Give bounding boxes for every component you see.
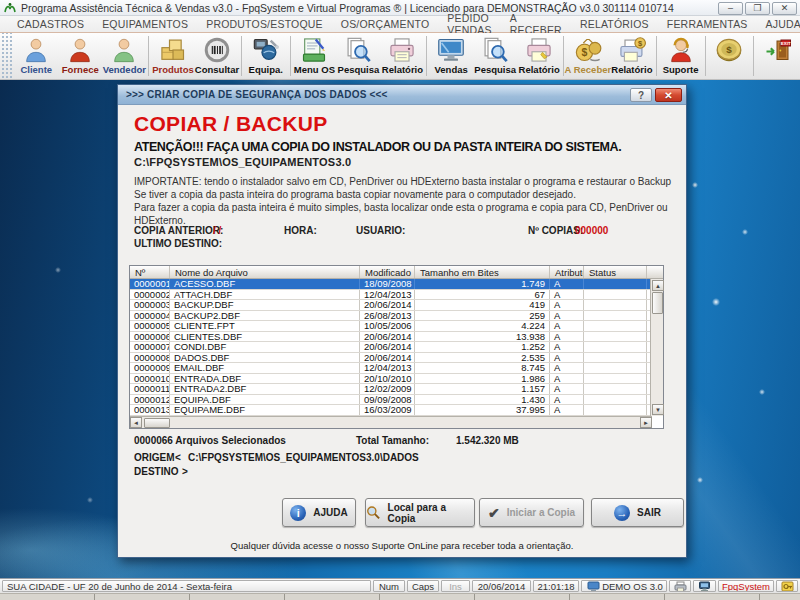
table-cell: A — [550, 311, 584, 321]
status-date: 20/06/2014 — [472, 580, 531, 592]
menu-ajuda[interactable]: AJUDA — [757, 18, 800, 30]
supplier-person-icon — [66, 35, 94, 65]
table-cell — [584, 279, 647, 289]
window-title: Programa Assistência Técnica & Vendas v3… — [21, 2, 674, 14]
toolbar-button-vendas[interactable]: Vendas — [429, 33, 473, 79]
scroll-up-arrow[interactable]: ▲ — [652, 280, 664, 291]
table-cell: 0000013 — [130, 405, 170, 415]
origem-arrow: < — [175, 452, 181, 463]
table-cell: 1.986 — [415, 374, 550, 384]
dialog-close-button[interactable]: ✕ — [655, 88, 682, 102]
status-bar: SUA CIDADE - UF 20 de Junho de 2014 - Se… — [0, 578, 800, 593]
toolbar-label: Menu OS — [294, 65, 335, 75]
toolbar-button-consultar[interactable]: Consultar — [195, 33, 239, 79]
dialog-title-bar[interactable]: >>> CRIAR COPIA DE SEGURANÇA DOS DADOS <… — [118, 85, 686, 105]
column-header[interactable]: Nome do Arquivo — [170, 266, 360, 278]
toolbar-button-vendedor[interactable]: Vendedor — [102, 33, 146, 79]
table-row[interactable]: 0000003BACKUP.DBF20/06/2014419A — [130, 300, 652, 311]
sair-button[interactable]: → SAIR — [591, 498, 684, 527]
menu-bar: CADASTROS EQUIPAMENTOS PRODUTOS/ESTOQUE … — [0, 16, 800, 33]
horizontal-scrollbar[interactable]: ◄ ► — [130, 416, 652, 428]
table-cell: 0000001 — [130, 279, 170, 289]
toolbar-button-relatorio-vendas[interactable]: Relatório — [517, 33, 561, 79]
search-document-icon — [481, 35, 509, 65]
local-para-copia-button[interactable]: Local para a Copia — [365, 498, 475, 527]
toolbar-button-menu-os[interactable]: Menu OS — [292, 33, 336, 79]
table-cell: CONDI.DBF — [170, 342, 360, 352]
menu-relatorios[interactable]: RELATÓRIOS — [571, 18, 658, 30]
iniciar-copia-button[interactable]: ✔ Iniciar a Copia — [479, 498, 584, 527]
ajuda-button[interactable]: i AJUDA — [282, 498, 356, 527]
column-header[interactable]: Atributo — [550, 266, 584, 278]
column-header[interactable]: Modificado — [360, 266, 415, 278]
key-icon — [781, 581, 794, 592]
table-cell: 0000009 — [130, 363, 170, 373]
origem-label: ORIGEM — [134, 452, 175, 463]
toolbar-label: Pesquisa — [474, 65, 516, 75]
status-brand[interactable]: FpqSystem — [718, 580, 774, 592]
scroll-down-arrow[interactable]: ▼ — [652, 404, 664, 415]
table-row[interactable]: 0000009EMAIL.DBF12/04/20138.745A — [130, 363, 652, 374]
horizontal-scroll-thumb[interactable] — [144, 418, 170, 428]
toolbar-button-pesquisa-vendas[interactable]: Pesquisa — [473, 33, 517, 79]
vertical-scroll-thumb[interactable] — [652, 292, 663, 314]
toolbar-button-suporte[interactable]: Suporte — [659, 33, 703, 79]
table-cell — [584, 332, 647, 342]
table-row[interactable]: 0000002ATTACH.DBF12/04/201367A — [130, 290, 652, 301]
table-row[interactable]: 0000011ENTRADA2.DBF12/02/20091.157A — [130, 384, 652, 395]
vertical-scrollbar[interactable]: ▲ ▼ — [650, 279, 663, 416]
restore-button[interactable]: ❐ — [745, 2, 770, 15]
menu-ferramentas[interactable]: FERRAMENTAS — [658, 18, 757, 30]
toolbar-button-cliente[interactable]: Cliente — [14, 33, 58, 79]
dialog-help-button[interactable]: ? — [630, 88, 652, 102]
toolbar-button-equipamentos[interactable]: Equipa. — [244, 33, 288, 79]
table-cell: 12/04/2013 — [360, 363, 415, 373]
close-button[interactable]: ✕ — [772, 2, 797, 15]
money-bags-icon: $ — [574, 35, 602, 65]
status-insert: Ins — [441, 580, 470, 592]
table-row[interactable]: 0000004BACKUP2.DBF26/08/2013259A — [130, 311, 652, 322]
menu-os-orcamento[interactable]: OS/ORÇAMENTO — [332, 18, 439, 30]
table-row[interactable]: 0000013EQUIPAME.DBF16/03/200937.995A — [130, 405, 652, 416]
table-cell: 20/10/2010 — [360, 374, 415, 384]
status-printer[interactable] — [669, 580, 691, 592]
menu-equipamentos[interactable]: EQUIPAMENTOS — [93, 18, 197, 30]
status-network[interactable] — [693, 580, 716, 592]
printer-icon — [674, 581, 687, 592]
toolbar-button-produtos[interactable]: Produtos — [151, 33, 195, 79]
scroll-right-arrow[interactable]: ► — [640, 417, 652, 428]
toolbar-button-moeda[interactable]: $ — [707, 33, 751, 79]
table-row[interactable]: 0000006CLIENTES.DBF20/06/201413.938A — [130, 332, 652, 343]
table-cell: A — [550, 300, 584, 310]
table-row[interactable]: 0000010ENTRADA.DBF20/10/20101.986A — [130, 374, 652, 385]
toolbar-button-relatorio-os[interactable]: Relatório — [380, 33, 424, 79]
table-row[interactable]: 0000001ACESSO.DBF18/09/20081.749A — [130, 279, 652, 290]
menu-cadastros[interactable]: CADASTROS — [8, 18, 93, 30]
column-header[interactable]: Status — [584, 266, 647, 278]
exit-door-icon: EXIT — [764, 35, 792, 65]
toolbar-button-a-receber[interactable]: $ A Receber — [566, 33, 610, 79]
table-row[interactable]: 0000007CONDI.DBF20/06/20141.252A — [130, 342, 652, 353]
table-cell: BACKUP.DBF — [170, 300, 360, 310]
table-row[interactable]: 0000012EQUIPA.DBF09/09/20081.430A — [130, 395, 652, 406]
table-cell: 20/06/2014 — [360, 353, 415, 363]
table-row[interactable]: 0000008DADOS.DBF20/06/20142.535A — [130, 353, 652, 364]
column-header[interactable]: Nº — [130, 266, 170, 278]
table-cell: 10/05/2006 — [360, 321, 415, 331]
table-cell: EQUIPA.DBF — [170, 395, 360, 405]
scroll-left-arrow[interactable]: ◄ — [130, 417, 142, 428]
toolbar-button-fornecedor[interactable]: Fornece — [58, 33, 102, 79]
sair-label: SAIR — [637, 507, 661, 518]
toolbar: Cliente Fornece Vendedor Produtos Con — [0, 33, 800, 80]
toolbar-button-sair-app[interactable]: EXIT — [756, 33, 800, 79]
menu-produtos-estoque[interactable]: PRODUTOS/ESTOQUE — [197, 18, 332, 30]
table-cell: 0000005 — [130, 321, 170, 331]
minimize-button[interactable]: – — [718, 2, 743, 15]
status-key[interactable] — [776, 580, 798, 592]
application-window: Programa Assistência Técnica & Vendas v3… — [0, 0, 800, 600]
table-row[interactable]: 0000005CLIENTE.FPT10/05/20064.224A — [130, 321, 652, 332]
toolbar-button-pesquisa-os[interactable]: Pesquisa — [336, 33, 380, 79]
table-cell: 37.995 — [415, 405, 550, 415]
column-header[interactable]: Tamanho em Bites — [415, 266, 550, 278]
toolbar-button-relatorio-receber[interactable]: $ Relatório — [610, 33, 654, 79]
